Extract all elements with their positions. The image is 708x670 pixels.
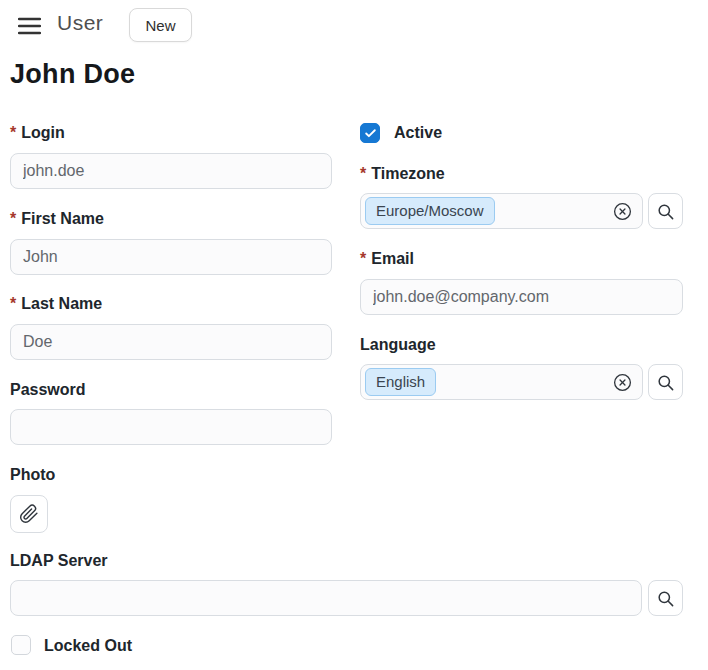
locked-out-label[interactable]: Locked Out [44,635,132,657]
last-name-input[interactable] [10,324,332,360]
email-input[interactable] [360,279,683,315]
required-marker: * [360,250,366,267]
last-name-label: *Last Name [10,294,102,314]
active-label[interactable]: Active [394,122,442,144]
ldap-server-label: LDAP Server [10,551,108,571]
language-label: Language [360,335,436,355]
required-marker: * [360,165,366,182]
first-name-label: *First Name [10,209,104,229]
timezone-tag[interactable]: Europe/Moscow [365,197,495,225]
ldap-server-input[interactable] [10,580,642,616]
timezone-search-button[interactable] [648,193,683,229]
photo-attach-button[interactable] [10,495,48,533]
timezone-combobox[interactable]: Europe/Moscow [360,193,643,229]
ldap-server-search-button[interactable] [648,580,683,616]
paperclip-icon [19,504,39,524]
photo-label: Photo [10,465,55,485]
new-button[interactable]: New [129,8,192,42]
locked-out-checkbox[interactable] [11,635,31,655]
active-checkbox[interactable] [360,123,380,143]
password-input[interactable] [10,409,332,445]
timezone-clear-button[interactable] [611,200,633,222]
search-icon [656,202,675,221]
app-title: User [57,11,103,35]
checkmark-icon [364,127,377,140]
password-label: Password [10,380,86,400]
search-icon [656,589,675,608]
page-title: John Doe [10,59,135,90]
circle-x-icon [612,201,633,222]
language-search-button[interactable] [648,364,683,400]
menu-button[interactable] [16,13,42,39]
required-marker: * [10,295,16,312]
timezone-label: *Timezone [360,164,445,184]
required-marker: * [10,124,16,141]
search-icon [656,373,675,392]
language-combobox[interactable]: English [360,364,643,400]
language-tag[interactable]: English [365,368,436,396]
login-label: *Login [10,123,65,143]
hamburger-icon [18,17,41,35]
circle-x-icon [612,372,633,393]
language-clear-button[interactable] [611,371,633,393]
user-form-screen: User New John Doe *Login *First Name *La… [0,0,708,670]
email-label: *Email [360,249,414,269]
login-input[interactable] [10,153,332,189]
first-name-input[interactable] [10,239,332,275]
required-marker: * [10,210,16,227]
